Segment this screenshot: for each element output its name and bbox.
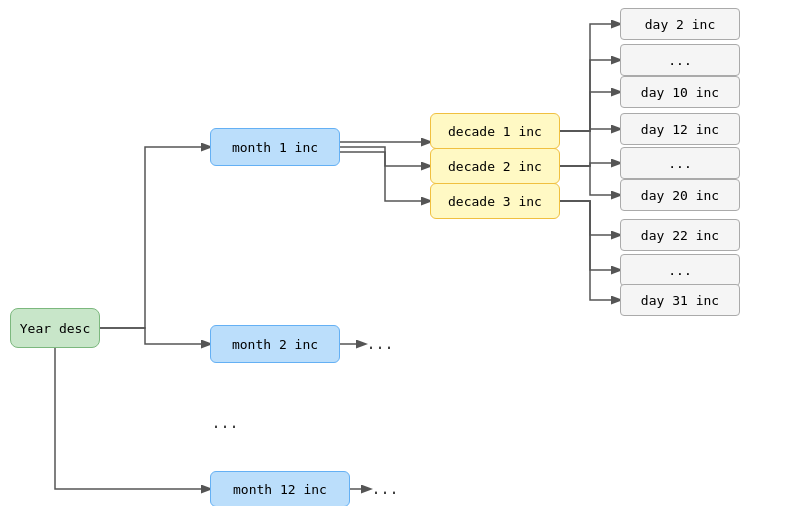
decade3-node: decade 3 inc (430, 183, 560, 219)
day22-node: day 22 inc (620, 219, 740, 251)
ellipsis-after-month12: ... (370, 471, 400, 506)
day10-node: day 10 inc (620, 76, 740, 108)
decade3-label: decade 3 inc (448, 194, 542, 209)
day-ellipsis3-label: ... (668, 263, 691, 278)
ellipsis-after-month2: ... (365, 325, 395, 363)
day2-label: day 2 inc (645, 17, 715, 32)
decade1-node: decade 1 inc (430, 113, 560, 149)
month1-label: month 1 inc (232, 140, 318, 155)
day22-label: day 22 inc (641, 228, 719, 243)
month2-node: month 2 inc (210, 325, 340, 363)
day-ellipsis2-node: ... (620, 147, 740, 179)
day10-label: day 10 inc (641, 85, 719, 100)
day20-label: day 20 inc (641, 188, 719, 203)
ellipsis-month-label: ... (366, 335, 393, 353)
decade1-label: decade 1 inc (448, 124, 542, 139)
month12-label: month 12 inc (233, 482, 327, 497)
day20-node: day 20 inc (620, 179, 740, 211)
month2-label: month 2 inc (232, 337, 318, 352)
day12-node: day 12 inc (620, 113, 740, 145)
ellipsis-mid-months: ... (210, 408, 240, 438)
day2-node: day 2 inc (620, 8, 740, 40)
month1-node: month 1 inc (210, 128, 340, 166)
day12-label: day 12 inc (641, 122, 719, 137)
ellipsis-mid-label: ... (211, 414, 238, 432)
decade2-node: decade 2 inc (430, 148, 560, 184)
day-ellipsis2-label: ... (668, 156, 691, 171)
day31-label: day 31 inc (641, 293, 719, 308)
year-label: Year desc (20, 321, 90, 336)
day-ellipsis1-label: ... (668, 53, 691, 68)
year-node: Year desc (10, 308, 100, 348)
ellipsis-month12-label: ... (371, 480, 398, 498)
day-ellipsis1-node: ... (620, 44, 740, 76)
decade2-label: decade 2 inc (448, 159, 542, 174)
day31-node: day 31 inc (620, 284, 740, 316)
month12-node: month 12 inc (210, 471, 350, 506)
day-ellipsis3-node: ... (620, 254, 740, 286)
